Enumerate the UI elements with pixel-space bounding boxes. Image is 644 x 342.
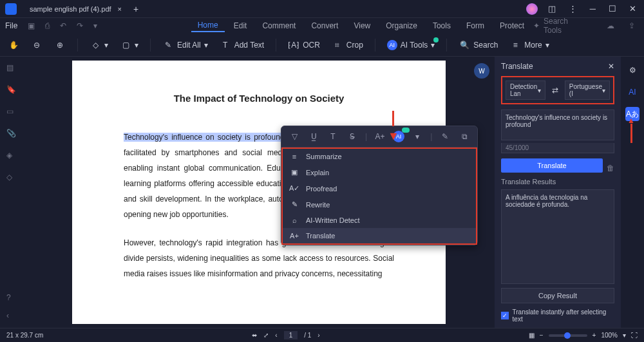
bookmarks-icon[interactable]: 🔖 [6, 85, 17, 95]
panel-icon[interactable]: ◫ [545, 4, 558, 14]
comments-icon[interactable]: ▭ [6, 107, 17, 117]
add-text-tool[interactable]: TAdd Text [220, 39, 264, 51]
menu-organize[interactable]: Organize [379, 20, 424, 32]
ctx-explain[interactable]: ▣Explain [283, 164, 476, 180]
menu-convert[interactable]: Convert [305, 20, 345, 32]
explain-icon: ▣ [289, 168, 299, 176]
user-avatar-icon[interactable] [526, 3, 538, 15]
redo-icon[interactable]: ↷ [73, 21, 87, 30]
collaborator-avatar[interactable]: W [474, 63, 489, 79]
ai-assistant-icon[interactable]: AI [625, 85, 639, 99]
undo-icon[interactable]: ↶ [56, 21, 70, 30]
help-icon[interactable]: ? [6, 293, 17, 303]
zoom-out-icon[interactable]: − [540, 332, 544, 339]
ai-tools-dropdown[interactable]: AIAI Tools▾ [387, 40, 435, 50]
trash-icon[interactable]: 🗑 [607, 164, 614, 173]
view-mode-icon[interactable]: ▦ [529, 332, 535, 339]
kebab-menu-icon[interactable]: ⋮ [566, 4, 580, 14]
close-tab-icon[interactable]: × [118, 5, 122, 13]
zoom-slider[interactable] [549, 334, 587, 337]
strikethrough-icon[interactable]: S̶ [346, 130, 359, 143]
zoom-out-tool[interactable]: ⊖ [31, 39, 43, 51]
text-icon[interactable]: T [327, 130, 339, 143]
page-total: / 1 [304, 332, 311, 339]
prev-page-icon[interactable]: ‹ [275, 332, 277, 339]
crop-tool[interactable]: ⌗Crop [332, 39, 363, 51]
close-panel-icon[interactable]: ✕ [608, 62, 614, 71]
menu-home[interactable]: Home [191, 19, 225, 32]
ctx-summarize[interactable]: ≡Summarize [283, 149, 476, 164]
document-heading: The Impact of Technology on Society [124, 93, 394, 104]
menu-protect[interactable]: Protect [493, 20, 531, 32]
ocr-tool[interactable]: ⁅A⁆OCR [288, 39, 320, 51]
chevron-down-icon[interactable]: ▾ [411, 130, 424, 143]
edit-all-tool[interactable]: ✎Edit All▾ [162, 39, 208, 51]
hand-tool[interactable]: ✋ [8, 39, 19, 51]
maximize-icon[interactable]: ☐ [606, 4, 619, 14]
underline-icon[interactable]: U̲ [307, 130, 320, 143]
search-tools[interactable]: ✦ Search Tools [533, 17, 568, 35]
collapse-left-icon[interactable]: ‹ [6, 311, 17, 321]
fit-width-icon[interactable]: ⬌ [252, 332, 257, 339]
add-text-icon[interactable]: A+ [374, 130, 386, 143]
search-tool[interactable]: 🔍Search [459, 39, 498, 51]
highlight-icon[interactable]: ▽ [288, 130, 301, 143]
translate-button[interactable]: Translate [501, 158, 603, 173]
shape-tool[interactable]: ▢▾ [120, 39, 138, 51]
toolbar: ✋ ⊖ ⊕ ◇▾ ▢▾ ✎Edit All▾ TAdd Text ⁅A⁆OCR … [0, 33, 644, 57]
document-tab[interactable]: sample english pdf (4).pdf × [23, 1, 128, 17]
chevron-down-icon: ▾ [602, 87, 605, 94]
translate-input[interactable]: Technology's influence on society is pro… [501, 109, 614, 140]
instant-translate-option[interactable]: ✓ Translate instantly after selecting te… [501, 309, 614, 323]
settings-sliders-icon[interactable]: ⚙ [625, 63, 639, 77]
share-icon[interactable]: ⇪ [625, 21, 639, 30]
menu-form[interactable]: Form [460, 20, 491, 32]
ctx-rewrite[interactable]: ✎Rewrite [283, 196, 476, 213]
minimize-icon[interactable]: ─ [587, 4, 598, 14]
translate-tab-icon[interactable]: Aあ [625, 107, 639, 121]
chevron-down-icon[interactable]: ▾ [623, 332, 626, 339]
target-language-select[interactable]: Portuguese (I▾ [565, 81, 610, 100]
checkbox-checked-icon: ✓ [501, 312, 509, 319]
more-dropdown[interactable]: ≡More▾ [509, 39, 549, 51]
thumbnails-icon[interactable]: ▤ [6, 63, 17, 73]
fullscreen-icon[interactable]: ⛶ [631, 332, 638, 339]
cloud-icon[interactable]: ☁ [603, 21, 618, 30]
zoom-in-tool[interactable]: ⊕ [54, 39, 66, 51]
swap-languages-icon[interactable]: ⇄ [549, 86, 561, 95]
layers-icon[interactable]: ◈ [6, 151, 17, 161]
copy-icon[interactable]: ⧉ [458, 130, 471, 143]
menu-tools[interactable]: Tools [426, 20, 457, 32]
print-icon[interactable]: ⎙ [41, 21, 53, 30]
edit-icon[interactable]: ✎ [439, 130, 451, 143]
checkbox-label: Translate instantly after selecting text [513, 309, 614, 323]
titlebar: sample english pdf (4).pdf × + ◫ ⋮ ─ ☐ ✕ [0, 0, 644, 18]
ctx-ai-detect[interactable]: ⌕AI-Written Detect [283, 213, 476, 228]
attachments-icon[interactable]: 📎 [6, 129, 17, 139]
next-page-icon[interactable]: › [317, 332, 319, 339]
chevron-down-icon[interactable]: ▾ [90, 21, 101, 30]
fit-page-icon[interactable]: ⤢ [263, 332, 269, 339]
new-tab-button[interactable]: + [133, 4, 138, 14]
menu-view[interactable]: View [347, 20, 377, 32]
menu-comment[interactable]: Comment [256, 20, 302, 32]
source-language-select[interactable]: Detection Lan▾ [506, 81, 545, 100]
menu-edit[interactable]: Edit [227, 20, 254, 32]
language-selector-row: Detection Lan▾ ⇄ Portuguese (I▾ [501, 76, 614, 104]
close-window-icon[interactable]: ✕ [627, 4, 639, 14]
page-input[interactable]: 1 [284, 331, 298, 339]
ctx-translate[interactable]: A+Translate [283, 228, 476, 243]
right-sidebar: ⚙ AI Aあ [621, 57, 644, 328]
selected-text[interactable]: Technology's influence on society is pro… [124, 133, 285, 142]
highlight-tool[interactable]: ◇▾ [90, 39, 108, 51]
file-menu[interactable]: File [5, 21, 17, 30]
zoom-value[interactable]: 100% [601, 332, 618, 339]
ai-context-icon[interactable]: AI [393, 131, 404, 142]
zoom-in-icon[interactable]: + [592, 332, 596, 339]
ctx-proofread[interactable]: A✓Proofread [283, 180, 476, 196]
detect-icon: ⌕ [289, 216, 299, 224]
save-icon[interactable]: ▣ [24, 21, 39, 30]
fields-icon[interactable]: ◇ [6, 173, 17, 183]
char-counter: 45/1000 [501, 143, 614, 153]
copy-result-button[interactable]: Copy Result [501, 288, 614, 303]
